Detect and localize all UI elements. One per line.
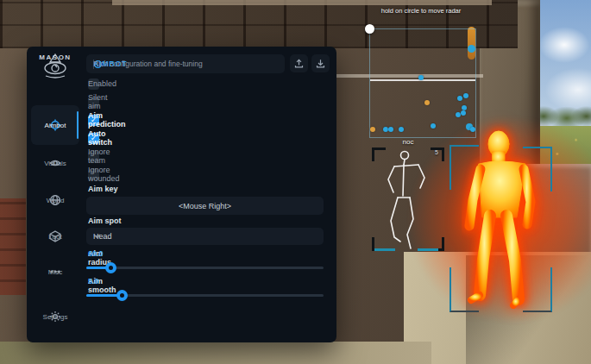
radar-horizon-line xyxy=(370,79,475,81)
esp-player-name: noc xyxy=(372,138,444,146)
aim-key-value: <Mouse Right> xyxy=(179,202,231,210)
sidebar-item-world[interactable]: World xyxy=(31,181,79,219)
radar-dot-blue xyxy=(431,123,436,129)
sidebar-item-label: Aimbot xyxy=(45,122,66,129)
section-header: AIMBOT Rich configuration and fine-tunin… xyxy=(86,54,285,73)
player-bracket-bottom-left xyxy=(450,267,479,312)
upload-icon xyxy=(294,59,304,68)
scene-ground-left xyxy=(0,342,431,364)
checkbox-label: Enabled xyxy=(88,79,116,88)
radar-dot-blue xyxy=(418,75,424,80)
import-config-button[interactable] xyxy=(311,54,330,72)
checkbox-label: Aim prediction xyxy=(88,111,126,129)
checkbox-label: Ignore wounded xyxy=(88,166,120,183)
game-screen: noc 5 hold on circle to move radar xyxy=(0,0,591,364)
scene-wall-ledge xyxy=(112,0,492,5)
sidebar-item-label: Loot xyxy=(48,233,62,241)
sidebar-item-settings[interactable]: Settings xyxy=(31,298,79,336)
radar-dot-blue xyxy=(461,110,466,116)
radar-dot-orange xyxy=(370,127,375,132)
aim-radius-value: 60.0 xyxy=(88,249,104,258)
radar-panel xyxy=(369,28,476,138)
radar-dot-blue xyxy=(463,93,468,98)
download-icon xyxy=(316,59,325,68)
aim-smooth-slider[interactable] xyxy=(86,289,324,301)
sidebar-item-loot[interactable]: Loot xyxy=(31,217,79,255)
cheat-menu-panel: MASON Aimbot Visuals World xyxy=(27,47,336,342)
slider-thumb[interactable] xyxy=(105,262,116,273)
radar-dot-blue xyxy=(457,96,462,101)
sidebar-item-label: Visuals xyxy=(44,160,66,167)
radar-drag-handle[interactable] xyxy=(365,24,374,34)
sidebar-item-label: Settings xyxy=(43,313,68,321)
aim-key-label: Aim key xyxy=(88,185,118,193)
radar-dot-orange xyxy=(424,100,430,105)
checkbox-label: Silent aim xyxy=(88,93,108,110)
slider-track[interactable] xyxy=(86,267,324,269)
aim-radius-slider[interactable] xyxy=(86,261,324,273)
checkbox-label: Auto switch xyxy=(88,129,112,147)
sidebar-item-visuals[interactable]: Visuals xyxy=(31,144,79,182)
aim-spot-select[interactable]: Head xyxy=(86,228,324,245)
chevron-down-icon xyxy=(93,234,101,239)
scene-red-bricks xyxy=(0,198,26,295)
radar-dot-blue xyxy=(470,127,475,132)
brand-logo: MASON xyxy=(27,53,84,104)
sidebar-item-label: World xyxy=(47,197,65,204)
player-bracket-top-left xyxy=(450,145,479,190)
sidebar-item-aimbot[interactable]: Aimbot xyxy=(31,105,79,145)
checkbox-label: Ignore team xyxy=(88,147,110,165)
aim-spot-label: Aim spot xyxy=(88,217,122,225)
brand-name: MASON xyxy=(39,53,71,61)
radar-hint-text: hold on circle to move radar xyxy=(343,7,499,15)
radar-dot-blue xyxy=(388,127,393,132)
sidebar-item-misc[interactable]: Misc xyxy=(31,253,79,291)
player-bracket-top-right xyxy=(523,147,552,191)
sidebar-item-label: Misc xyxy=(48,268,62,276)
esp-skeleton xyxy=(371,147,445,254)
aim-key-binding-button[interactable]: <Mouse Right> xyxy=(86,197,324,215)
export-config-button[interactable] xyxy=(290,54,308,72)
section-subtitle: Rich configuration and fine-tuning xyxy=(93,60,203,68)
slider-thumb[interactable] xyxy=(116,290,128,301)
player-bracket-bottom-right xyxy=(523,267,552,312)
radar-dot-blue xyxy=(399,127,404,132)
aim-smooth-value: 5.0 xyxy=(88,277,99,286)
